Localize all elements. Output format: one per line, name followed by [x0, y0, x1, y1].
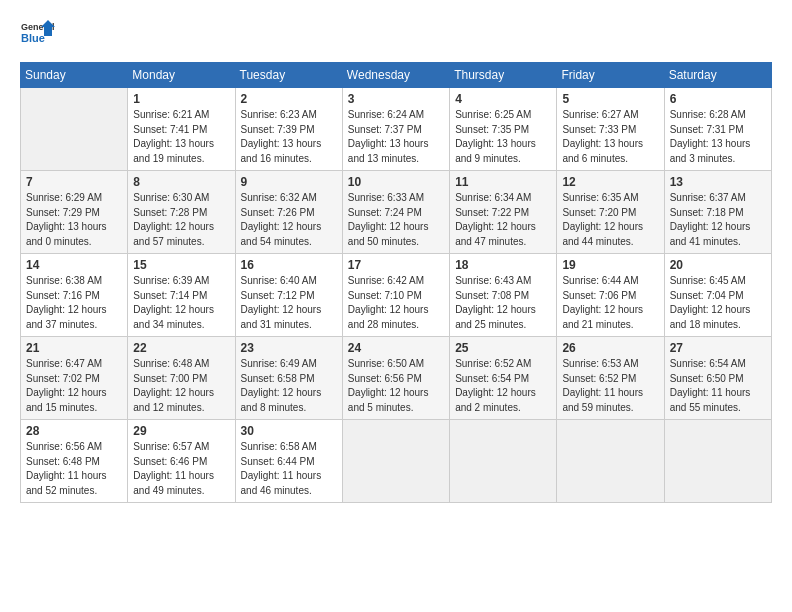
calendar-day-cell: 15 Sunrise: 6:39 AMSunset: 7:14 PMDaylig… [128, 254, 235, 337]
day-number: 23 [241, 341, 337, 355]
day-info: Sunrise: 6:53 AMSunset: 6:52 PMDaylight:… [562, 358, 643, 413]
day-number: 18 [455, 258, 551, 272]
day-number: 7 [26, 175, 122, 189]
calendar-week-row: 28 Sunrise: 6:56 AMSunset: 6:48 PMDaylig… [21, 420, 772, 503]
calendar-day-cell: 12 Sunrise: 6:35 AMSunset: 7:20 PMDaylig… [557, 171, 664, 254]
day-info: Sunrise: 6:43 AMSunset: 7:08 PMDaylight:… [455, 275, 536, 330]
calendar-week-row: 21 Sunrise: 6:47 AMSunset: 7:02 PMDaylig… [21, 337, 772, 420]
calendar-day-cell: 8 Sunrise: 6:30 AMSunset: 7:28 PMDayligh… [128, 171, 235, 254]
weekday-header-cell: Saturday [664, 63, 771, 88]
day-number: 4 [455, 92, 551, 106]
day-number: 24 [348, 341, 444, 355]
calendar-day-cell: 9 Sunrise: 6:32 AMSunset: 7:26 PMDayligh… [235, 171, 342, 254]
calendar-day-cell: 1 Sunrise: 6:21 AMSunset: 7:41 PMDayligh… [128, 88, 235, 171]
day-info: Sunrise: 6:32 AMSunset: 7:26 PMDaylight:… [241, 192, 322, 247]
calendar-day-cell: 27 Sunrise: 6:54 AMSunset: 6:50 PMDaylig… [664, 337, 771, 420]
calendar-day-cell: 29 Sunrise: 6:57 AMSunset: 6:46 PMDaylig… [128, 420, 235, 503]
day-info: Sunrise: 6:33 AMSunset: 7:24 PMDaylight:… [348, 192, 429, 247]
day-info: Sunrise: 6:42 AMSunset: 7:10 PMDaylight:… [348, 275, 429, 330]
calendar-day-cell: 16 Sunrise: 6:40 AMSunset: 7:12 PMDaylig… [235, 254, 342, 337]
day-number: 2 [241, 92, 337, 106]
day-info: Sunrise: 6:57 AMSunset: 6:46 PMDaylight:… [133, 441, 214, 496]
day-info: Sunrise: 6:40 AMSunset: 7:12 PMDaylight:… [241, 275, 322, 330]
day-number: 13 [670, 175, 766, 189]
day-info: Sunrise: 6:47 AMSunset: 7:02 PMDaylight:… [26, 358, 107, 413]
day-number: 19 [562, 258, 658, 272]
day-info: Sunrise: 6:21 AMSunset: 7:41 PMDaylight:… [133, 109, 214, 164]
day-info: Sunrise: 6:25 AMSunset: 7:35 PMDaylight:… [455, 109, 536, 164]
day-info: Sunrise: 6:44 AMSunset: 7:06 PMDaylight:… [562, 275, 643, 330]
day-info: Sunrise: 6:23 AMSunset: 7:39 PMDaylight:… [241, 109, 322, 164]
day-info: Sunrise: 6:24 AMSunset: 7:37 PMDaylight:… [348, 109, 429, 164]
day-number: 21 [26, 341, 122, 355]
day-info: Sunrise: 6:39 AMSunset: 7:14 PMDaylight:… [133, 275, 214, 330]
calendar-day-cell: 10 Sunrise: 6:33 AMSunset: 7:24 PMDaylig… [342, 171, 449, 254]
calendar-day-cell: 4 Sunrise: 6:25 AMSunset: 7:35 PMDayligh… [450, 88, 557, 171]
calendar-day-cell: 18 Sunrise: 6:43 AMSunset: 7:08 PMDaylig… [450, 254, 557, 337]
day-number: 22 [133, 341, 229, 355]
calendar-day-cell: 5 Sunrise: 6:27 AMSunset: 7:33 PMDayligh… [557, 88, 664, 171]
calendar-day-cell [342, 420, 449, 503]
calendar-day-cell: 14 Sunrise: 6:38 AMSunset: 7:16 PMDaylig… [21, 254, 128, 337]
calendar-day-cell: 26 Sunrise: 6:53 AMSunset: 6:52 PMDaylig… [557, 337, 664, 420]
calendar-day-cell: 7 Sunrise: 6:29 AMSunset: 7:29 PMDayligh… [21, 171, 128, 254]
day-number: 15 [133, 258, 229, 272]
day-info: Sunrise: 6:27 AMSunset: 7:33 PMDaylight:… [562, 109, 643, 164]
day-info: Sunrise: 6:48 AMSunset: 7:00 PMDaylight:… [133, 358, 214, 413]
header: General Blue [20, 16, 772, 52]
day-number: 27 [670, 341, 766, 355]
calendar-day-cell: 22 Sunrise: 6:48 AMSunset: 7:00 PMDaylig… [128, 337, 235, 420]
weekday-header-cell: Wednesday [342, 63, 449, 88]
day-number: 30 [241, 424, 337, 438]
day-number: 28 [26, 424, 122, 438]
day-number: 3 [348, 92, 444, 106]
day-info: Sunrise: 6:35 AMSunset: 7:20 PMDaylight:… [562, 192, 643, 247]
calendar-day-cell [557, 420, 664, 503]
day-info: Sunrise: 6:58 AMSunset: 6:44 PMDaylight:… [241, 441, 322, 496]
calendar-day-cell [21, 88, 128, 171]
day-info: Sunrise: 6:49 AMSunset: 6:58 PMDaylight:… [241, 358, 322, 413]
calendar-week-row: 1 Sunrise: 6:21 AMSunset: 7:41 PMDayligh… [21, 88, 772, 171]
day-info: Sunrise: 6:29 AMSunset: 7:29 PMDaylight:… [26, 192, 107, 247]
calendar-day-cell: 24 Sunrise: 6:50 AMSunset: 6:56 PMDaylig… [342, 337, 449, 420]
day-info: Sunrise: 6:30 AMSunset: 7:28 PMDaylight:… [133, 192, 214, 247]
day-number: 12 [562, 175, 658, 189]
calendar-day-cell: 25 Sunrise: 6:52 AMSunset: 6:54 PMDaylig… [450, 337, 557, 420]
day-info: Sunrise: 6:34 AMSunset: 7:22 PMDaylight:… [455, 192, 536, 247]
calendar-day-cell: 19 Sunrise: 6:44 AMSunset: 7:06 PMDaylig… [557, 254, 664, 337]
calendar-day-cell: 17 Sunrise: 6:42 AMSunset: 7:10 PMDaylig… [342, 254, 449, 337]
day-info: Sunrise: 6:52 AMSunset: 6:54 PMDaylight:… [455, 358, 536, 413]
calendar-day-cell: 2 Sunrise: 6:23 AMSunset: 7:39 PMDayligh… [235, 88, 342, 171]
weekday-header-cell: Friday [557, 63, 664, 88]
calendar-day-cell: 6 Sunrise: 6:28 AMSunset: 7:31 PMDayligh… [664, 88, 771, 171]
day-info: Sunrise: 6:45 AMSunset: 7:04 PMDaylight:… [670, 275, 751, 330]
calendar-day-cell [450, 420, 557, 503]
calendar-table: SundayMondayTuesdayWednesdayThursdayFrid… [20, 62, 772, 503]
calendar-day-cell: 23 Sunrise: 6:49 AMSunset: 6:58 PMDaylig… [235, 337, 342, 420]
day-info: Sunrise: 6:50 AMSunset: 6:56 PMDaylight:… [348, 358, 429, 413]
day-info: Sunrise: 6:54 AMSunset: 6:50 PMDaylight:… [670, 358, 751, 413]
day-number: 20 [670, 258, 766, 272]
logo: General Blue [20, 16, 56, 52]
weekday-header-cell: Monday [128, 63, 235, 88]
day-number: 25 [455, 341, 551, 355]
weekday-header-cell: Sunday [21, 63, 128, 88]
calendar-day-cell: 21 Sunrise: 6:47 AMSunset: 7:02 PMDaylig… [21, 337, 128, 420]
day-number: 10 [348, 175, 444, 189]
calendar-day-cell: 13 Sunrise: 6:37 AMSunset: 7:18 PMDaylig… [664, 171, 771, 254]
weekday-header-cell: Thursday [450, 63, 557, 88]
calendar-day-cell: 28 Sunrise: 6:56 AMSunset: 6:48 PMDaylig… [21, 420, 128, 503]
day-number: 9 [241, 175, 337, 189]
day-number: 14 [26, 258, 122, 272]
day-info: Sunrise: 6:37 AMSunset: 7:18 PMDaylight:… [670, 192, 751, 247]
day-number: 11 [455, 175, 551, 189]
calendar-day-cell: 30 Sunrise: 6:58 AMSunset: 6:44 PMDaylig… [235, 420, 342, 503]
day-info: Sunrise: 6:56 AMSunset: 6:48 PMDaylight:… [26, 441, 107, 496]
day-number: 5 [562, 92, 658, 106]
calendar-week-row: 7 Sunrise: 6:29 AMSunset: 7:29 PMDayligh… [21, 171, 772, 254]
day-number: 8 [133, 175, 229, 189]
day-number: 29 [133, 424, 229, 438]
logo-svg: General Blue [20, 16, 56, 52]
day-number: 26 [562, 341, 658, 355]
day-number: 17 [348, 258, 444, 272]
